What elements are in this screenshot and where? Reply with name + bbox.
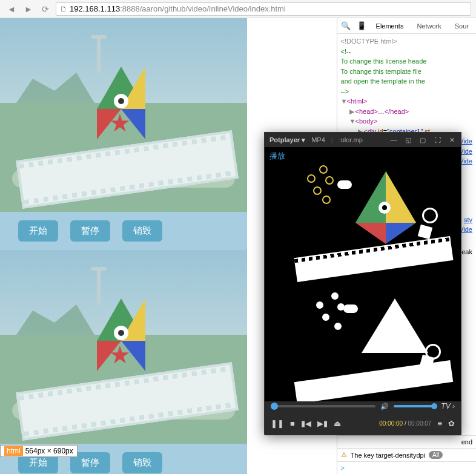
seek-slider[interactable] bbox=[271, 405, 375, 407]
close-icon[interactable]: ✕ bbox=[448, 136, 456, 144]
url-bar[interactable]: 🗋 192.168.1.113:8888/aaron/github/video/… bbox=[56, 2, 471, 16]
restore-icon[interactable]: ◱ bbox=[404, 136, 412, 144]
prev-icon[interactable]: ▮◀ bbox=[301, 419, 311, 428]
console-input[interactable]: > bbox=[337, 461, 476, 474]
potplayer-format: MP4 bbox=[311, 136, 325, 143]
filter-all[interactable]: All bbox=[429, 451, 443, 459]
tab-sources[interactable]: Sour bbox=[451, 20, 472, 32]
maximize-icon[interactable]: ▢ bbox=[418, 136, 427, 144]
tab-network[interactable]: Network bbox=[413, 20, 445, 32]
content-column: ★ 开始 暂停 销毁 bbox=[0, 18, 247, 474]
tv-button[interactable]: TV › bbox=[441, 402, 455, 410]
potplayer-name: Potplayer ▾ bbox=[269, 136, 305, 144]
controls-row-1: 开始 暂停 销毁 bbox=[0, 212, 247, 250]
devtools-status: end bbox=[337, 435, 476, 448]
tooltip-dims: 564px × 690px bbox=[25, 447, 73, 455]
potplayer-video[interactable]: 播放 bbox=[265, 147, 461, 401]
device-icon[interactable]: 📱 bbox=[357, 21, 366, 30]
volume-slider[interactable] bbox=[394, 405, 436, 407]
back-button[interactable]: ◄ bbox=[5, 2, 18, 16]
settings-icon[interactable]: ✿ bbox=[448, 419, 455, 428]
potplayer-file: :olor.mp bbox=[339, 136, 363, 143]
element-size-tooltip: html564px × 690px bbox=[0, 445, 78, 457]
open-icon[interactable]: ⏏ bbox=[334, 419, 341, 428]
next-icon[interactable]: ▶▮ bbox=[317, 419, 328, 428]
tab-elements[interactable]: Elements bbox=[372, 20, 408, 32]
forward-button[interactable]: ► bbox=[22, 2, 35, 16]
video-scene-2: ★ bbox=[0, 250, 247, 444]
pause-button[interactable]: 暂停 bbox=[70, 220, 110, 242]
destroy-button[interactable]: 销毁 bbox=[122, 220, 162, 242]
volume-icon[interactable]: 🔊 bbox=[380, 403, 389, 410]
potplayer-window[interactable]: Potplayer ▾ MP4 | :olor.mp — ◱ ▢ ⛶ ✕ 播放 bbox=[264, 132, 461, 435]
tooltip-tag: html bbox=[4, 446, 23, 456]
url-host: 192.168.1.113 bbox=[70, 4, 120, 13]
devtools-filter: ⚠ The key target-densitydpi All bbox=[337, 448, 476, 461]
browser-toolbar: ◄ ► ⟳ 🗋 192.168.1.113:8888/aaron/github/… bbox=[0, 0, 476, 18]
time-total: 00:00:07 bbox=[408, 420, 431, 427]
time-current: 00:00:00 bbox=[379, 420, 403, 427]
devtools-toolbar: 🔍 📱 Elements Network Sour bbox=[337, 18, 476, 34]
playlist-icon[interactable]: ≡ bbox=[437, 419, 442, 428]
minimize-icon[interactable]: — bbox=[389, 136, 398, 144]
potplayer-controls: 🔊 TV › ❚❚ ■ ▮◀ ▶▮ ⏏ 00:00:00 / 00:00:07 … bbox=[265, 401, 461, 435]
fullscreen-icon[interactable]: ⛶ bbox=[433, 136, 441, 144]
pause-icon[interactable]: ❚❚ bbox=[271, 419, 284, 428]
url-path: :8888/aaron/github/video/InlineVideo/ind… bbox=[120, 4, 286, 13]
page-icon: 🗋 bbox=[60, 5, 67, 13]
reload-button[interactable]: ⟳ bbox=[39, 2, 52, 16]
play-status-label: 播放 bbox=[269, 151, 285, 162]
destroy-button-2[interactable]: 销毁 bbox=[122, 452, 162, 473]
stop-icon[interactable]: ■ bbox=[290, 419, 295, 428]
search-icon[interactable]: 🔍 bbox=[341, 21, 351, 30]
potplayer-titlebar[interactable]: Potplayer ▾ MP4 | :olor.mp — ◱ ▢ ⛶ ✕ bbox=[265, 133, 461, 147]
video-scene-1: ★ bbox=[0, 18, 247, 212]
start-button[interactable]: 开始 bbox=[18, 220, 58, 242]
